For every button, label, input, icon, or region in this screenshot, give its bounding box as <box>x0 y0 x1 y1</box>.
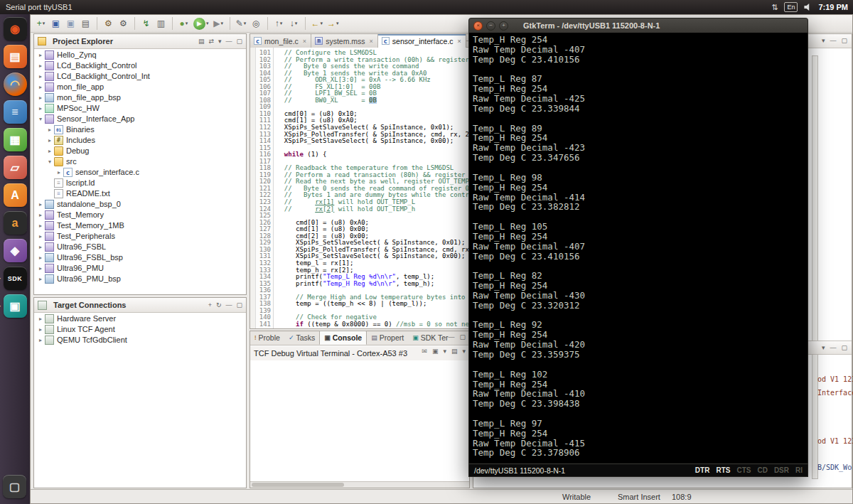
refresh-icon[interactable]: ↻ <box>216 302 222 309</box>
gtkterm-titlebar[interactable]: × − + GtkTerm - /dev/ttyUSB1 115200-8-N-… <box>468 18 808 33</box>
console-output-area[interactable] <box>250 360 469 481</box>
tree-collapsed-arrow-icon[interactable]: ▸ <box>55 169 63 176</box>
launcher-item-libreoffice-writer[interactable]: ≡ <box>4 100 27 124</box>
console-tab-propert[interactable]: ▤Propert <box>367 331 408 345</box>
target-tree-item[interactable]: ▸Hardware Server <box>34 313 246 324</box>
open-console-icon[interactable]: ▤ <box>451 348 458 355</box>
console-tab-tasks[interactable]: ✓Tasks <box>284 331 319 345</box>
window-maximize-icon[interactable]: + <box>499 21 508 31</box>
project-tree-item[interactable]: ▸Ultra96_FSBL <box>34 242 246 252</box>
collapse-all-icon[interactable]: ▤ <box>198 38 205 45</box>
keyboard-indicator-icon[interactable]: ⇅ <box>771 3 778 12</box>
tree-expanded-arrow-icon[interactable]: ▾ <box>45 159 54 165</box>
maximize-view-icon[interactable]: ▢ <box>236 302 242 309</box>
toolbar-external-tools-button[interactable]: ▶▾ <box>212 16 225 31</box>
code-text[interactable]: // Configure the LSM6DSL // Perform a wr… <box>274 48 469 328</box>
tree-collapsed-arrow-icon[interactable]: ▸ <box>36 254 45 261</box>
clock[interactable]: 7:19 PM <box>818 3 848 11</box>
tree-collapsed-arrow-icon[interactable]: ▸ <box>36 63 45 69</box>
tree-collapsed-arrow-icon[interactable]: ▸ <box>36 265 45 272</box>
toolbar-search-button[interactable]: ◎ <box>250 16 263 31</box>
project-tree-item[interactable]: ▸Test_Peripherals <box>34 231 246 242</box>
editor-tab-mon-file-c[interactable]: mon_file.c× <box>250 34 311 48</box>
project-tree-item[interactable]: ▸Binaries <box>34 124 246 135</box>
dropdown-arrow-icon[interactable]: ▾ <box>462 348 466 355</box>
tree-collapsed-arrow-icon[interactable]: ▸ <box>36 233 45 240</box>
launcher-item-ubuntu-software[interactable]: A <box>4 183 27 207</box>
project-tree-item[interactable]: ▸Test_Memory_1MB <box>34 220 246 231</box>
project-tree-item[interactable]: ▸Ultra96_PMU_bsp <box>34 274 246 284</box>
console-tab-sdk-ter[interactable]: ▣SDK Ter <box>408 331 452 345</box>
tree-collapsed-arrow-icon[interactable]: ▸ <box>36 337 45 343</box>
toolbar-save-all-button[interactable]: ▣ <box>64 16 77 31</box>
editor-tab-system-mss[interactable]: system.mss× <box>311 34 378 48</box>
tree-collapsed-arrow-icon[interactable]: ▸ <box>36 212 45 218</box>
project-tree-item[interactable]: lscript.ld <box>34 178 246 188</box>
toolbar-back-button[interactable]: ←▾ <box>310 16 325 31</box>
toolbar-new-source-button[interactable]: ✎▾ <box>235 16 248 31</box>
console-tab-proble[interactable]: !Proble <box>250 331 284 345</box>
tree-collapsed-arrow-icon[interactable]: ▸ <box>36 95 45 101</box>
console-maximize-icon[interactable]: ▢ <box>459 334 466 341</box>
project-tree-item[interactable]: ▸Ultra96_FSBL_bsp <box>34 252 246 263</box>
editor-tab-sensor-interface-c[interactable]: sensor_interface.c× <box>378 34 466 48</box>
launcher-item-purple-app[interactable]: ◈ <box>4 239 27 262</box>
toolbar-print-button[interactable]: ▤ <box>79 16 92 31</box>
launcher-item-teal-app[interactable]: ▸▣ <box>4 294 27 318</box>
project-tree-item[interactable]: ▸LCd_Backlight_Control <box>34 60 246 71</box>
project-tree-item[interactable]: ▸LCd_Backlight_Control_Int <box>34 71 246 82</box>
toolbar-program-fpga-button[interactable]: ↯ <box>139 16 153 31</box>
toolbar-build-button[interactable]: ⚙ <box>102 16 115 31</box>
launcher-item-files[interactable]: ▤ <box>4 45 27 68</box>
toolbar-forward-button[interactable]: →▾ <box>326 16 340 31</box>
dropdown-arrow-icon[interactable]: ▾ <box>443 348 446 355</box>
tree-collapsed-arrow-icon[interactable]: ▸ <box>36 105 45 112</box>
tree-collapsed-arrow-icon[interactable]: ▸ <box>36 222 45 229</box>
launcher-item-xilinx-sdk[interactable]: ▸SDK <box>4 267 27 290</box>
tree-collapsed-arrow-icon[interactable]: ▸ <box>36 326 45 333</box>
maximize-view-icon[interactable]: ▢ <box>236 38 242 45</box>
minimize-view-icon[interactable]: — <box>225 302 232 309</box>
serial-terminal-output[interactable]: Temp_H Reg 254Raw Temp Decimal -407Temp … <box>468 33 808 463</box>
toolbar-build-all-button[interactable]: ⚙ <box>117 16 130 31</box>
project-tree-item[interactable]: ▸MPSoc_HW <box>34 103 246 114</box>
project-tree-item[interactable]: ▸Test_Memory <box>34 210 246 220</box>
toolbar-save-button[interactable]: ▣ <box>49 16 63 31</box>
target-tree-item[interactable]: ▸Linux TCF Agent <box>34 324 246 335</box>
console-tab-console[interactable]: ▣Console <box>319 331 367 345</box>
window-close-icon[interactable]: × <box>473 21 483 31</box>
editor-body[interactable]: 1011021031041051061071081091101111121131… <box>250 48 469 328</box>
project-tree-item[interactable]: ▸mon_file_app <box>34 82 246 92</box>
launcher-item-libreoffice-calc[interactable]: ▦ <box>4 128 27 151</box>
toolbar-previous-annotation-button[interactable]: ↑▾ <box>272 16 286 31</box>
tree-collapsed-arrow-icon[interactable]: ▸ <box>36 201 45 208</box>
launcher-item-firefox[interactable]: ◠ <box>4 73 27 96</box>
project-tree-item[interactable]: ▸Hello_Zynq <box>34 50 246 60</box>
new-target-connection-icon[interactable]: + <box>208 302 212 309</box>
launcher-item-trash[interactable]: ▢ <box>3 475 26 498</box>
toolbar-debug-button[interactable]: ●▾ <box>177 16 191 31</box>
project-tree-item[interactable]: ▸Includes <box>34 135 246 146</box>
launcher-item-amazon[interactable]: a <box>4 211 27 235</box>
minimize-view-icon[interactable]: — <box>225 38 232 45</box>
tree-collapsed-arrow-icon[interactable]: ▸ <box>45 127 54 133</box>
link-editor-icon[interactable]: ⇄ <box>208 38 214 45</box>
console-horizontal-scrollbar[interactable] <box>250 481 469 488</box>
tree-collapsed-arrow-icon[interactable]: ▸ <box>36 73 45 80</box>
tree-collapsed-arrow-icon[interactable]: ▸ <box>36 276 45 282</box>
toolbar-new-button[interactable]: +▾ <box>34 16 48 31</box>
volume-icon[interactable] <box>804 4 812 11</box>
display-selected-console-icon[interactable]: ▣ <box>432 348 439 355</box>
project-tree-item[interactable]: ▸Debug <box>34 146 246 156</box>
tree-collapsed-arrow-icon[interactable]: ▸ <box>36 244 45 250</box>
project-tree-item[interactable]: ▸standalone_bsp_0 <box>34 199 246 210</box>
project-tree-item[interactable]: ▾Sensor_Interface_App <box>34 114 246 124</box>
view-menu-icon[interactable]: ▾ <box>218 38 222 45</box>
tree-collapsed-arrow-icon[interactable]: ▸ <box>36 316 45 322</box>
tree-collapsed-arrow-icon[interactable]: ▸ <box>36 52 45 58</box>
tab-close-icon[interactable]: × <box>370 38 373 45</box>
tree-collapsed-arrow-icon[interactable]: ▸ <box>45 148 54 154</box>
project-tree-item[interactable]: ▾src <box>34 156 246 167</box>
window-minimize-icon[interactable]: − <box>486 21 495 31</box>
pin-console-icon[interactable]: ✉ <box>422 348 427 355</box>
